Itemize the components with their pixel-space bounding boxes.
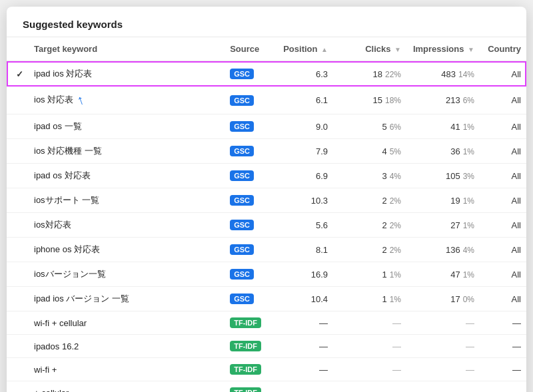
- row-position: 5.6: [278, 213, 333, 238]
- row-clicks: 45%: [333, 139, 406, 164]
- table-wrap: Target keyword Source Position ▲ Clicks …: [7, 37, 526, 392]
- row-impressions: 170%: [406, 287, 480, 311]
- table-row[interactable]: wi-fi + cellularTF-IDF————: [7, 311, 526, 335]
- row-keyword: + cellular: [29, 381, 225, 393]
- source-badge: TF-IDF: [230, 387, 261, 392]
- table-row[interactable]: ipad os 一覧GSC9.056%411%All: [7, 114, 526, 139]
- source-badge: GSC: [230, 146, 254, 156]
- table-header-row: Target keyword Source Position ▲ Clicks …: [7, 37, 526, 61]
- row-check: [7, 213, 29, 238]
- table-row[interactable]: iosサポート 一覧GSC10.322%191%All: [7, 188, 526, 213]
- row-source: GSC: [225, 188, 278, 213]
- row-country: All: [480, 164, 526, 188]
- impressions-sort-icon: ▼: [468, 46, 474, 53]
- col-clicks-header[interactable]: Clicks ▼: [333, 37, 406, 61]
- row-source: TF-IDF: [225, 335, 278, 358]
- row-clicks: 1518%: [333, 87, 406, 114]
- source-badge: GSC: [230, 269, 254, 280]
- row-source: GSC: [225, 61, 278, 87]
- row-source: GSC: [225, 139, 278, 164]
- col-keyword-header[interactable]: Target keyword: [29, 37, 225, 61]
- source-badge: TF-IDF: [230, 317, 261, 328]
- row-keyword: ios対応表: [29, 213, 225, 238]
- row-clicks: 1822%: [333, 61, 406, 87]
- row-position: 7.9: [278, 139, 333, 164]
- row-impressions: —: [406, 335, 480, 358]
- table-row[interactable]: ios 対応機種 一覧GSC7.945%361%All: [7, 139, 526, 164]
- row-clicks: —: [333, 335, 406, 358]
- row-country: —: [480, 311, 526, 335]
- row-position: 10.3: [278, 188, 333, 213]
- row-source: GSC: [225, 213, 278, 238]
- row-check: [7, 381, 29, 393]
- row-check: [7, 358, 29, 381]
- source-badge: GSC: [230, 195, 254, 206]
- row-keyword: iphone os 対応表: [29, 238, 225, 262]
- row-check: [7, 238, 29, 262]
- row-source: TF-IDF: [225, 381, 278, 393]
- row-check: [7, 164, 29, 188]
- row-position: 6.3: [278, 61, 333, 87]
- table-row[interactable]: ipados 16.2TF-IDF————: [7, 335, 526, 358]
- col-position-header[interactable]: Position ▲: [278, 37, 333, 61]
- col-impressions-header[interactable]: Impressions ▼: [406, 37, 480, 61]
- row-country: All: [480, 188, 526, 213]
- source-badge: TF-IDF: [230, 341, 261, 351]
- arrow-indicator-icon: ↑: [75, 92, 87, 108]
- col-source-header[interactable]: Source: [225, 37, 278, 61]
- table-row[interactable]: ios対応表GSC5.622%271%All: [7, 213, 526, 238]
- table-row[interactable]: ipad os 対応表GSC6.934%1053%All: [7, 164, 526, 188]
- keywords-table: Target keyword Source Position ▲ Clicks …: [7, 37, 526, 392]
- row-source: GSC: [225, 238, 278, 262]
- table-row[interactable]: + cellularTF-IDF————: [7, 381, 526, 393]
- row-source: GSC: [225, 164, 278, 188]
- row-check: [7, 188, 29, 213]
- row-impressions: —: [406, 381, 480, 393]
- table-row[interactable]: ipad ios バージョン 一覧GSC10.411%170%All: [7, 287, 526, 311]
- row-country: All: [480, 213, 526, 238]
- row-check: [7, 139, 29, 164]
- row-keyword: iosバージョン一覧: [29, 262, 225, 287]
- table-row[interactable]: ios 対応表↑GSC6.11518%2136%All: [7, 87, 526, 114]
- row-check: ✓: [7, 61, 29, 87]
- table-row[interactable]: iosバージョン一覧GSC16.911%471%All: [7, 262, 526, 287]
- source-badge: GSC: [230, 170, 254, 181]
- row-position: 6.9: [278, 164, 333, 188]
- source-badge: GSC: [230, 294, 254, 304]
- row-position: 10.4: [278, 287, 333, 311]
- row-country: All: [480, 87, 526, 114]
- row-keyword: wi-fi + cellular: [29, 311, 225, 335]
- table-row[interactable]: wi-fi +TF-IDF————: [7, 358, 526, 381]
- row-impressions: 1053%: [406, 164, 480, 188]
- row-check: [7, 311, 29, 335]
- row-position: 6.1: [278, 87, 333, 114]
- source-badge: GSC: [230, 69, 254, 79]
- clicks-sort-icon: ▼: [394, 46, 401, 53]
- row-clicks: 11%: [333, 287, 406, 311]
- row-keyword: ipad os 対応表: [29, 164, 225, 188]
- row-position: 8.1: [278, 238, 333, 262]
- source-badge: GSC: [230, 220, 254, 230]
- table-row[interactable]: iphone os 対応表GSC8.122%1364%All: [7, 238, 526, 262]
- row-keyword: ipados 16.2: [29, 335, 225, 358]
- row-country: —: [480, 358, 526, 381]
- row-impressions: 361%: [406, 139, 480, 164]
- row-check: [7, 87, 29, 114]
- row-keyword: iosサポート 一覧: [29, 188, 225, 213]
- col-country-header[interactable]: Country: [480, 37, 526, 61]
- table-row[interactable]: ✓ipad ios 対応表GSC6.31822%48314%All: [7, 61, 526, 87]
- section-title: Suggested keywords: [7, 7, 526, 37]
- row-country: All: [480, 139, 526, 164]
- row-check: [7, 287, 29, 311]
- row-check: [7, 335, 29, 358]
- row-clicks: 34%: [333, 164, 406, 188]
- row-impressions: —: [406, 311, 480, 335]
- row-impressions: —: [406, 358, 480, 381]
- row-country: —: [480, 381, 526, 393]
- row-position: —: [278, 311, 333, 335]
- row-source: GSC: [225, 87, 278, 114]
- table-body: ✓ipad ios 対応表GSC6.31822%48314%Allios 対応表…: [7, 61, 526, 392]
- row-position: —: [278, 381, 333, 393]
- row-source: GSC: [225, 262, 278, 287]
- row-keyword: ipad ios 対応表: [29, 61, 225, 87]
